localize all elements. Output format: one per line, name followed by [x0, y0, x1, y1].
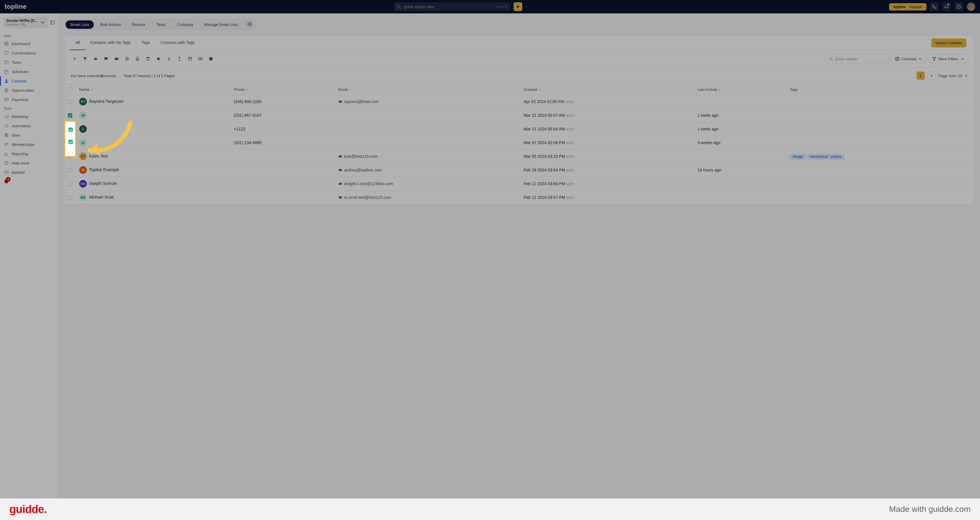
sidebar-item-automation[interactable]: Automation: [0, 121, 59, 130]
col-created[interactable]: Created⇅: [520, 84, 694, 95]
filter-button[interactable]: [81, 54, 89, 63]
subtab-notags[interactable]: Contacts with No Tags: [85, 35, 136, 50]
sidebar-item-mailfold[interactable]: Mailfold: [0, 168, 59, 177]
row-checkbox[interactable]: [68, 141, 72, 145]
share-down-button[interactable]: [133, 54, 142, 63]
subtab-all[interactable]: All: [70, 35, 85, 50]
sidebar-item-helpdesk[interactable]: Help Desk: [0, 159, 59, 168]
notifications-button[interactable]: [942, 2, 951, 11]
nav-tab-settings[interactable]: [244, 20, 255, 29]
email-button[interactable]: [112, 54, 121, 63]
nav-tab-restore[interactable]: Restore: [127, 21, 150, 29]
nav-tab-tasks[interactable]: Tasks: [151, 21, 170, 29]
sidebar-item-tasks[interactable]: Tasks: [0, 58, 59, 67]
contact-avatar: DS: [79, 180, 87, 187]
message-button[interactable]: [102, 54, 110, 63]
row-checkbox[interactable]: [68, 168, 72, 172]
table-row[interactable]: MSMichael Scottm.scott.test@test123.comF…: [64, 191, 974, 205]
global-search[interactable]: Quick search here Ctrl + K: [394, 2, 510, 11]
more-filters-button[interactable]: More Filters: [928, 54, 969, 63]
col-email[interactable]: Email⇅: [335, 84, 520, 95]
nav-tab-bulkactions[interactable]: Bulk Actions: [95, 21, 126, 29]
upload-button[interactable]: [175, 54, 184, 63]
share-up-button[interactable]: [123, 54, 131, 63]
contact-phone: (331) 234-3685: [230, 136, 335, 150]
sidebar-item-dashboard[interactable]: Dashboard: [0, 39, 59, 48]
sidebar-item-opportunities[interactable]: Opportunities: [0, 86, 59, 95]
contact-activity: 3 weeks ago: [694, 136, 786, 150]
table-row[interactable]: 1+1123Mar 21 2024 05:54 AM (EDT)1 week a…: [64, 122, 974, 136]
question-icon: [956, 4, 961, 9]
row-checkbox[interactable]: [68, 100, 72, 104]
row-checkbox[interactable]: [68, 182, 72, 186]
delete-button[interactable]: [144, 54, 152, 63]
archive-button[interactable]: [186, 54, 194, 63]
contact-avatar: 12: [79, 139, 87, 146]
row-checkbox[interactable]: [68, 113, 72, 117]
robot-button[interactable]: [91, 54, 100, 63]
row-checkbox[interactable]: [68, 195, 72, 200]
contact-tags: [786, 163, 974, 177]
col-activity[interactable]: Last Activity⇅: [694, 84, 786, 95]
sidebar-item-extra[interactable]: 4: [0, 177, 59, 186]
sidebar-item-conversations[interactable]: Conversations: [0, 48, 59, 58]
contact-phone: (346) 890-2265: [230, 95, 335, 109]
table-row[interactable]: KTKyles Testkyle@test123.comMar 05 2024 …: [64, 150, 974, 163]
quick-search-input[interactable]: Quick search: [825, 54, 889, 63]
workspace-switcher[interactable]: Dunder Mifflin [D... Scranton, PA: [3, 17, 48, 28]
download-button[interactable]: [165, 54, 173, 63]
contact-phone: [230, 177, 335, 191]
help-icon: [4, 161, 9, 165]
expand-button[interactable]: [207, 54, 215, 63]
sidebar-item-contacts[interactable]: Contacts: [0, 76, 59, 86]
col-name[interactable]: Name⇅: [76, 84, 230, 95]
help-button[interactable]: [955, 2, 963, 11]
sidebar-item-payments[interactable]: Payments: [0, 95, 59, 104]
row-checkbox[interactable]: [68, 127, 72, 131]
contact-avatar: 18: [79, 111, 87, 119]
quick-actions-button[interactable]: [514, 2, 522, 11]
svg-rect-11: [5, 70, 8, 73]
import-contacts-button[interactable]: Import Contacts: [931, 38, 966, 48]
user-avatar[interactable]: [967, 2, 975, 11]
select-all-checkbox[interactable]: [68, 87, 72, 92]
columns-button[interactable]: Columns: [891, 54, 926, 63]
contact-created: Apr 03 2024 02:00 PM (EDT): [520, 95, 694, 109]
contact-phone: (231) 867-3167: [230, 109, 335, 122]
contacts-table: Name⇅ Phone⇅ Email⇅ Created⇅ Last Activi…: [64, 84, 974, 205]
trash-icon: [146, 57, 150, 61]
col-phone[interactable]: Phone⇅: [230, 84, 335, 95]
sidebar-item-marketing[interactable]: Marketing: [0, 112, 59, 121]
nav-tab-company[interactable]: Company: [172, 21, 198, 29]
page-size-selector[interactable]: Page Size: 20: [939, 73, 969, 78]
subtab-withtags[interactable]: Contacts with Tags: [155, 35, 200, 50]
table-row[interactable]: TETopline Exampleandrea@topline.comFeb 2…: [64, 163, 974, 177]
tag[interactable]: design: [790, 154, 806, 160]
sidebar-item-sites[interactable]: Sites: [0, 130, 59, 140]
sidebar-item-scheduler[interactable]: Scheduler: [0, 67, 59, 76]
nav-tab-managesmartlists[interactable]: Manage Smart Lists: [200, 21, 243, 29]
phone-button[interactable]: [930, 2, 939, 11]
sidebar-toggle-icon[interactable]: [50, 20, 55, 25]
svg-line-42: [832, 60, 833, 60]
funnel-icon: [932, 57, 937, 61]
table-row[interactable]: DSDwight Schrutedwight.s.test@123test.co…: [64, 177, 974, 191]
table-row[interactable]: RTRaynera Targaryen(346) 890-2265raynera…: [64, 95, 974, 109]
star-button[interactable]: [154, 54, 163, 63]
merge-button[interactable]: [196, 54, 205, 63]
globe-icon: [4, 133, 9, 138]
contact-email: raynera@hotd.com: [344, 99, 379, 104]
subtab-tags[interactable]: Tags: [136, 35, 156, 50]
table-row[interactable]: 18(231) 867-3167Mar 21 2024 05:57 AM (ED…: [64, 109, 974, 122]
page-1-button[interactable]: 1: [916, 71, 925, 80]
sidebar-item-memberships[interactable]: Memberships: [0, 140, 59, 149]
next-page-button[interactable]: [928, 71, 936, 80]
support-button[interactable]: topline Support: [889, 3, 926, 11]
tag[interactable]: mechanical - padres: [807, 154, 844, 160]
add-button[interactable]: [70, 54, 79, 63]
table-row[interactable]: 12(331) 234-3685Mar 07 2024 02:09 PM (ES…: [64, 136, 974, 150]
nav-tab-smartlists[interactable]: Smart Lists: [65, 21, 94, 29]
sidebar-item-reporting[interactable]: Reporting: [0, 149, 59, 159]
total-records: Total 47 records: [124, 74, 151, 78]
row-checkbox[interactable]: [68, 154, 72, 159]
